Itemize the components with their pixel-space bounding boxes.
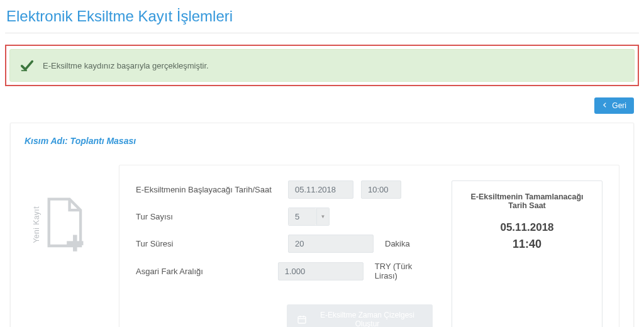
top-actions: Geri	[0, 97, 644, 123]
alert-highlight-box: E-Eksiltme kaydınız başarıyla gerçekleşm…	[5, 45, 639, 86]
label-min-gap: Asgari Fark Aralığı	[136, 267, 270, 276]
back-button-label: Geri	[612, 101, 626, 110]
rounds-input[interactable]	[289, 208, 316, 225]
section-title-prefix: Kısım Adı:	[25, 136, 68, 146]
completion-summary: E-Eksiltmenin Tamamlanacağı Tarih Saat 0…	[452, 180, 602, 327]
duration-input[interactable]	[288, 235, 374, 253]
form-area: Yeni Kayıt E-Eksiltmenin Başlayacağı Tar…	[25, 165, 619, 327]
min-gap-unit: TRY (Türk Lirası)	[375, 262, 433, 280]
row-duration: Tur Süresi Dakika	[136, 235, 433, 253]
start-date-input[interactable]	[288, 180, 353, 199]
form-box: E-Eksiltmenin Başlayacağı Tarih/Saat Tur…	[119, 165, 619, 327]
main-panel: Kısım Adı: Toplantı Masası Yeni Kayıt	[10, 123, 634, 327]
summary-time: 11:40	[461, 238, 593, 251]
page-title: Elektronik Eksiltme Kayıt İşlemleri	[0, 0, 644, 33]
min-gap-input[interactable]	[278, 262, 364, 280]
chevron-down-icon[interactable]: ▼	[316, 208, 329, 225]
duration-unit: Dakika	[385, 239, 410, 248]
new-record-column: Yeni Kayıt	[25, 165, 106, 253]
create-schedule-label: E-Eksiltme Zaman Çizelgesi Oluştur	[312, 311, 423, 327]
chevron-left-icon	[602, 101, 608, 110]
create-schedule-button[interactable]: E-Eksiltme Zaman Çizelgesi Oluştur	[287, 304, 433, 327]
calendar-icon	[297, 314, 307, 324]
row-min-gap: Asgari Fark Aralığı TRY (Türk Lirası)	[136, 262, 433, 280]
rounds-stepper[interactable]: ▼	[288, 208, 330, 226]
label-duration: Tur Süresi	[136, 239, 280, 248]
section-title: Kısım Adı: Toplantı Masası	[25, 136, 619, 146]
row-start-datetime: E-Eksiltmenin Başlayacağı Tarih/Saat	[136, 180, 433, 199]
label-rounds: Tur Sayısı	[136, 212, 280, 221]
start-time-input[interactable]	[361, 180, 401, 199]
new-record-label: Yeni Kayıt	[32, 206, 41, 243]
label-start-datetime: E-Eksiltmenin Başlayacağı Tarih/Saat	[136, 185, 280, 194]
document-plus-icon	[43, 196, 87, 253]
alert-success: E-Eksiltme kaydınız başarıyla gerçekleşm…	[9, 49, 635, 82]
form-left: E-Eksiltmenin Başlayacağı Tarih/Saat Tur…	[136, 180, 433, 327]
svg-rect-3	[298, 316, 306, 323]
summary-title: E-Eksiltmenin Tamamlanacağı Tarih Saat	[461, 192, 593, 210]
divider	[5, 33, 639, 33]
section-title-value: Toplantı Masası	[70, 136, 136, 146]
alert-message: E-Eksiltme kaydınız başarıyla gerçekleşm…	[43, 61, 209, 70]
summary-date: 05.11.2018	[461, 221, 593, 234]
row-rounds: Tur Sayısı ▼	[136, 208, 433, 226]
check-icon	[20, 58, 34, 72]
back-button[interactable]: Geri	[594, 97, 634, 114]
